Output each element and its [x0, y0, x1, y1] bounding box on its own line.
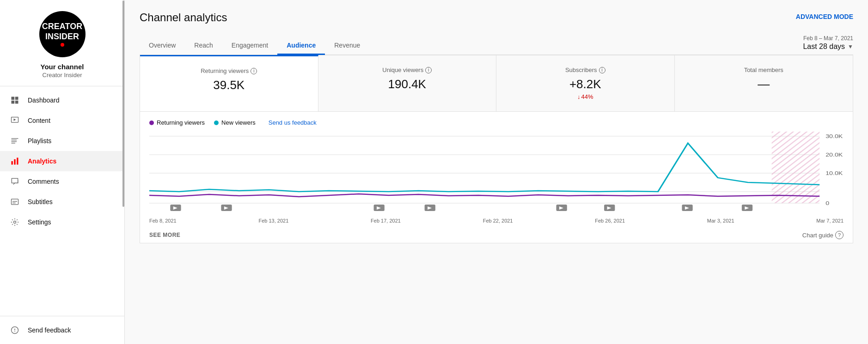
legend-returning: Returning viewers [149, 119, 205, 126]
analytics-icon [9, 156, 20, 167]
date-range-container: Feb 8 – Mar 7, 2021 Last 28 days ▼ [803, 35, 853, 51]
stat-label-returning: Returning viewers i [149, 67, 309, 74]
settings-label: Settings [28, 218, 51, 226]
comments-icon [9, 176, 20, 187]
scrollbar-thumb [122, 0, 124, 207]
date-range-label: Feb 8 – Mar 7, 2021 [803, 35, 853, 42]
stat-card-total-members[interactable]: Total members — [675, 55, 853, 111]
subtitles-icon [9, 196, 20, 207]
content-label: Content [28, 117, 50, 124]
feedback-icon [9, 325, 20, 336]
sidebar-header: CREATOR INSIDER Your channel Creator Ins… [0, 0, 124, 86]
main-content: Channel analytics ADVANCED MODE Overview… [125, 0, 868, 344]
date-range-value: Last 28 days [803, 42, 845, 51]
page-title: Channel analytics [140, 11, 227, 24]
channel-subtitle: Creator Insider [43, 72, 82, 78]
send-us-feedback-link[interactable]: Send us feedback [269, 119, 317, 126]
sidebar-item-send-feedback[interactable]: Send feedback [0, 320, 124, 340]
sidebar-bottom: Send feedback [0, 316, 124, 344]
tabs-container: Overview Reach Engagement Audience Reven… [140, 37, 803, 54]
svg-rect-10 [12, 161, 13, 165]
x-label-1: Feb 13, 2021 [258, 218, 288, 223]
subtitles-label: Subtitles [28, 198, 53, 205]
playlists-icon [9, 135, 20, 146]
info-icon-unique[interactable]: i [425, 67, 432, 73]
stat-card-unique-viewers[interactable]: Unique viewers i 190.4K [318, 55, 497, 111]
info-icon-returning[interactable]: i [251, 68, 257, 74]
x-label-5: Mar 3, 2021 [707, 218, 734, 223]
svg-rect-0 [12, 97, 15, 100]
sidebar-item-playlists[interactable]: Playlists [0, 131, 124, 151]
stats-cards: Returning viewers i 39.5K Unique viewers… [140, 55, 853, 112]
x-label-3: Feb 22, 2021 [483, 218, 513, 223]
stat-value-subscribers: +8.2K [506, 77, 665, 91]
tab-engagement[interactable]: Engagement [222, 37, 277, 55]
chart-guide-button[interactable]: Chart guide ? [802, 231, 844, 239]
question-icon: ? [835, 231, 844, 239]
comments-label: Comments [28, 178, 59, 185]
analytics-label: Analytics [28, 157, 56, 165]
chart-line-returning-viewers [149, 194, 819, 197]
chart-legend: Returning viewers New viewers Send us fe… [149, 119, 844, 126]
svg-rect-13 [12, 199, 18, 205]
svg-rect-3 [15, 101, 18, 104]
tab-reach[interactable]: Reach [185, 37, 222, 55]
svg-rect-11 [14, 159, 15, 165]
svg-point-16 [14, 221, 16, 223]
x-label-0: Feb 8, 2021 [149, 218, 177, 223]
chart-svg: 30.0K 20.0K 10.0K 0 [149, 132, 844, 215]
sidebar-item-dashboard[interactable]: Dashboard [0, 90, 124, 110]
playlists-label: Playlists [28, 137, 51, 145]
svg-point-19 [14, 332, 15, 332]
settings-icon [9, 217, 20, 228]
legend-dot-returning [149, 121, 154, 125]
svg-text:20.0K: 20.0K [825, 152, 843, 158]
stat-label-subscribers: Subscribers i [506, 66, 665, 73]
tabs-list: Overview Reach Engagement Audience Reven… [140, 37, 369, 54]
info-icon-subscribers[interactable]: i [599, 67, 605, 73]
svg-text:0: 0 [825, 200, 829, 206]
sidebar-scrollbar[interactable] [122, 0, 124, 344]
legend-dot-new [214, 121, 219, 125]
svg-text:30.0K: 30.0K [825, 133, 843, 139]
sidebar-item-comments[interactable]: Comments [0, 171, 124, 192]
chart-container: Returning viewers New viewers Send us fe… [140, 112, 853, 243]
legend-label-returning: Returning viewers [157, 119, 205, 126]
sidebar: CREATOR INSIDER Your channel Creator Ins… [0, 0, 125, 344]
x-axis-labels: Feb 8, 2021 Feb 13, 2021 Feb 17, 2021 Fe… [149, 216, 844, 223]
legend-label-new: New viewers [221, 119, 256, 126]
sidebar-item-subtitles[interactable]: Subtitles [0, 192, 124, 212]
stat-change-subscribers: ↓ ↓ 44% 44% [506, 93, 665, 100]
stat-label-unique: Unique viewers i [328, 66, 487, 73]
stat-value-returning: 39.5K [149, 78, 309, 92]
content-icon [9, 115, 20, 126]
svg-rect-1 [15, 97, 18, 100]
tab-revenue[interactable]: Revenue [325, 37, 369, 55]
x-label-4: Feb 26, 2021 [595, 218, 625, 223]
chart-bottom: SEE MORE Chart guide ? [149, 227, 844, 239]
stat-value-members: — [684, 77, 844, 91]
stat-card-returning-viewers[interactable]: Returning viewers i 39.5K [140, 55, 318, 111]
page-header: Channel analytics ADVANCED MODE [140, 11, 853, 24]
sidebar-nav: Dashboard Content Playlists Analytics [0, 86, 124, 316]
tab-overview[interactable]: Overview [140, 37, 185, 55]
avatar-text-line2: INSIDER [45, 32, 79, 42]
dashboard-label: Dashboard [28, 97, 60, 104]
chevron-down-icon: ▼ [848, 43, 853, 50]
see-more-button[interactable]: SEE MORE [149, 232, 180, 238]
sidebar-item-content[interactable]: Content [0, 110, 124, 131]
date-range-select[interactable]: Last 28 days ▼ [803, 42, 853, 51]
advanced-mode-button[interactable]: ADVANCED MODE [796, 11, 853, 22]
sidebar-item-analytics[interactable]: Analytics [0, 151, 124, 171]
stat-card-subscribers[interactable]: Subscribers i +8.2K ↓ ↓ 44% 44% [496, 55, 675, 111]
channel-name: Your channel [41, 63, 84, 71]
tab-audience[interactable]: Audience [277, 37, 325, 55]
sidebar-item-settings[interactable]: Settings [0, 212, 124, 232]
svg-marker-5 [14, 119, 16, 121]
chart-video-markers [170, 205, 752, 211]
svg-text:10.0K: 10.0K [825, 170, 843, 176]
channel-avatar[interactable]: CREATOR INSIDER [39, 11, 86, 57]
legend-new: New viewers [214, 119, 256, 126]
avatar-dot [61, 43, 64, 47]
dashboard-icon [9, 95, 20, 106]
